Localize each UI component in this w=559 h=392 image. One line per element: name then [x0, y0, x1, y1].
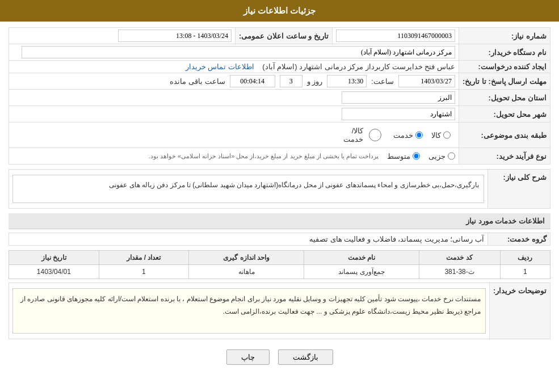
button-bar: بازگشت چاپ [9, 344, 550, 370]
description-value: بارگیری،حمل،بی خطرسازی و امحاء پسماندهای… [9, 170, 488, 209]
city-input[interactable] [342, 108, 455, 120]
city-label: شهر محل تحویل: [459, 106, 550, 123]
table-cell-unit: ماهانه [189, 265, 304, 279]
deadline-days-input[interactable] [280, 75, 302, 87]
col-row-num: ردیف [500, 251, 550, 265]
category-label: طبقه بندی موضوعی: [459, 123, 550, 148]
buyer-org-input[interactable] [22, 46, 455, 58]
col-service-name: نام خدمت [304, 251, 419, 265]
need-number-value [332, 28, 459, 44]
category-value: کالا خدمت کالا/خدمت [9, 123, 459, 148]
col-quantity: تعداد / مقدار [99, 251, 189, 265]
back-button[interactable]: بازگشت [278, 349, 333, 365]
buyer-notes-value: مستندات نرخ خدمات ،پیوست شود تأمین کلیه … [9, 283, 490, 339]
table-cell-row_num: 1 [500, 265, 550, 279]
radio-khedmat[interactable] [415, 129, 423, 141]
date-value [9, 28, 236, 44]
creator-label: ایجاد کننده درخواست: [459, 61, 550, 73]
description-label: شرح کلی نیاز: [488, 170, 550, 209]
process-note: پرداخت تمام یا بخشی از مبلغ خرید از مبلغ… [149, 153, 379, 160]
service-group-label: گروه خدمت: [488, 233, 550, 246]
radio-motovaset[interactable] [413, 150, 420, 162]
col-unit: واحد اندازه گیری [189, 251, 304, 265]
deadline-remaining-input[interactable] [230, 75, 275, 87]
page-title: جزئیات اطلاعات نیاز [243, 6, 316, 15]
table-cell-service_name: جمع‌آوری پسماند [304, 265, 419, 279]
description-box: بارگیری،حمل،بی خطرسازی و امحاء پسماندهای… [12, 175, 484, 203]
province-input[interactable] [342, 91, 455, 104]
table-cell-date: 1403/04/01 [9, 265, 99, 279]
col-date: تاریخ نیاز [9, 251, 99, 265]
col-service-code: کد خدمت [419, 251, 500, 265]
process-label: نوع فرآیند خرید: [459, 148, 550, 165]
creator-link[interactable]: اطلاعات تماس خریدار [186, 62, 254, 71]
province-label: استان محل تحویل: [459, 90, 550, 106]
deadline-label: مهلت ارسال پاسخ: تا تاریخ: [459, 73, 550, 90]
radio-kala[interactable] [443, 129, 451, 141]
page-header: جزئیات اطلاعات نیاز [0, 0, 559, 22]
process-value: جزیی متوسط پرداخت تمام یا بخشی از مبلغ خ… [9, 148, 459, 165]
deadline-date-input[interactable] [398, 75, 455, 87]
table-cell-service_code: ث-38-381 [419, 265, 500, 279]
need-number-label: شماره نیاز: [459, 28, 550, 44]
print-button[interactable]: چاپ [226, 349, 270, 365]
need-number-input[interactable] [336, 29, 455, 42]
city-value [9, 106, 459, 123]
creator-value: عباس فتح خدایرست کاربرداز مرکز درمانی اش… [9, 61, 459, 73]
buyer-notes-label: توضیحات خریدار: [490, 283, 550, 339]
service-group-value: آب رسانی؛ مدیریت پسماند، فاضلاب و فعالیت… [9, 233, 488, 246]
table-row: 1ث-38-381جمع‌آوری پسماندماهانه11403/04/0… [9, 265, 550, 279]
deadline-value: ساعت: روز و ساعت باقی مانده [9, 73, 459, 90]
date-input[interactable] [118, 29, 232, 42]
buyer-org-label: نام دستگاه خریدار: [459, 44, 550, 61]
buyer-org-value [9, 44, 459, 61]
table-cell-quantity: 1 [99, 265, 189, 279]
services-section-title: اطلاعات خدمات مورد نیاز [9, 213, 550, 229]
buyer-notes-box: مستندات نرخ خدمات ،پیوست شود تأمین کلیه … [12, 288, 486, 334]
deadline-time-input[interactable] [327, 75, 367, 87]
province-value [9, 90, 459, 106]
radio-joz[interactable] [448, 150, 455, 162]
radio-kala-khedmat[interactable] [365, 129, 385, 141]
date-label: تاریخ و ساعت اعلان عمومی: [236, 28, 333, 44]
